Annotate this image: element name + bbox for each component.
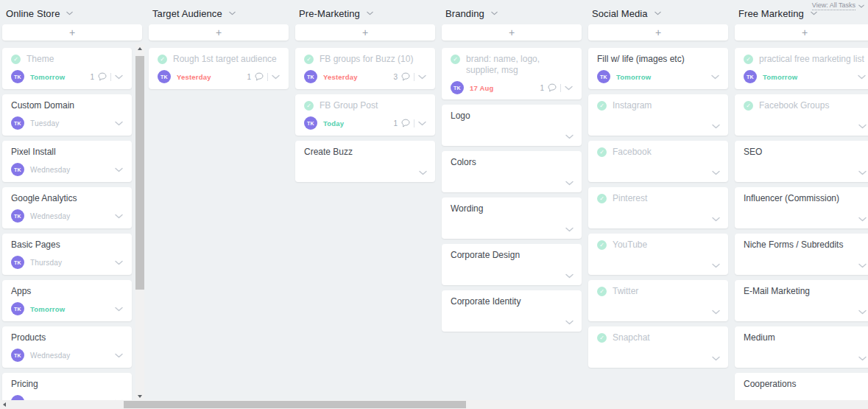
add-card-button[interactable]: + — [149, 24, 289, 41]
task-title: Logo — [451, 111, 470, 122]
chevron-down-icon[interactable] — [418, 121, 426, 126]
task-card[interactable]: ✓Facebook — [588, 141, 728, 182]
task-title: Corporate Identity — [451, 296, 521, 307]
task-card[interactable]: ✓Pinterest — [588, 187, 728, 228]
task-card[interactable]: Corporate Design — [442, 244, 582, 285]
task-card[interactable]: ✓Snapchat — [588, 326, 728, 368]
chevron-down-icon[interactable] — [711, 74, 719, 80]
column-title[interactable]: Free Marketing — [738, 8, 804, 19]
task-card[interactable]: E-Mail Marketing — [735, 280, 868, 321]
task-card[interactable]: ✓brand: name, logo, supplier, msg TK17 A… — [442, 48, 582, 99]
task-card[interactable]: Fill w/ life (images etc) TKTomorrow — [588, 48, 728, 89]
chevron-down-icon[interactable] — [367, 11, 373, 15]
task-card[interactable]: Corporate Identity — [442, 290, 582, 332]
task-card[interactable]: ✓YouTube — [588, 234, 728, 275]
task-card[interactable]: Influencer (Commission) — [735, 187, 868, 228]
scroll-up-arrow[interactable] — [135, 44, 144, 53]
chevron-down-icon[interactable] — [712, 170, 720, 175]
chevron-down-icon[interactable] — [115, 121, 123, 126]
chevron-down-icon[interactable] — [565, 227, 574, 232]
comment-icon[interactable] — [401, 72, 410, 81]
chevron-down-icon[interactable] — [565, 273, 574, 279]
chevron-down-icon[interactable] — [712, 310, 720, 315]
column-title[interactable]: Online Store — [6, 8, 60, 19]
chevron-down-icon[interactable] — [565, 134, 574, 139]
chevron-down-icon[interactable] — [115, 214, 123, 219]
task-card[interactable]: Google Analytics TKWednesday — [2, 187, 132, 228]
task-card[interactable]: Apps TKTomorrow — [2, 280, 132, 321]
chevron-down-icon[interactable] — [654, 11, 661, 15]
column-title[interactable]: Social Media — [592, 8, 648, 19]
chevron-down-icon[interactable] — [115, 353, 123, 358]
comment-icon[interactable] — [401, 119, 410, 127]
add-card-button[interactable]: + — [588, 24, 728, 41]
card-title-row: ✓Pinterest — [597, 193, 719, 204]
add-card-button[interactable]: + — [442, 24, 582, 41]
comment-icon[interactable] — [255, 72, 264, 81]
task-card[interactable]: ✓Instagram — [588, 94, 728, 136]
chevron-down-icon[interactable] — [565, 181, 574, 186]
chevron-down-icon[interactable] — [858, 74, 866, 80]
view-switcher[interactable]: View: All Tasks — [812, 1, 864, 10]
chevron-down-icon[interactable] — [418, 74, 426, 80]
chevron-down-icon[interactable] — [565, 320, 574, 325]
chevron-down-icon[interactable] — [115, 307, 123, 312]
task-card[interactable]: ✓FB Group Post TKToday 1 — [295, 94, 435, 136]
chevron-down-icon[interactable] — [229, 11, 236, 15]
check-icon: ✓ — [744, 55, 753, 64]
task-card[interactable]: Products TKWednesday — [2, 326, 132, 368]
vertical-scrollbar[interactable] — [135, 44, 144, 401]
add-card-button[interactable]: + — [735, 24, 868, 41]
task-card[interactable]: Logo — [442, 105, 582, 146]
comment-icon[interactable] — [98, 72, 107, 81]
column-header: Branding — [442, 6, 582, 21]
task-card[interactable]: Colors — [442, 151, 582, 192]
add-card-button[interactable]: + — [295, 24, 435, 41]
chevron-down-icon[interactable] — [115, 74, 123, 80]
task-card[interactable]: Wording — [442, 197, 582, 239]
chevron-down-icon[interactable] — [712, 356, 720, 361]
chevron-down-icon[interactable] — [858, 263, 867, 268]
chevron-down-icon[interactable] — [858, 356, 867, 361]
chevron-down-icon[interactable] — [115, 167, 123, 172]
chevron-down-icon[interactable] — [811, 11, 817, 15]
task-card[interactable]: ✓Theme TKTomorrow 1 — [2, 48, 132, 89]
chevron-down-icon[interactable] — [272, 74, 280, 80]
task-title: Twitter — [613, 286, 638, 297]
task-card[interactable]: Create Buzz — [295, 141, 435, 182]
chevron-down-icon[interactable] — [858, 170, 867, 175]
chevron-down-icon[interactable] — [419, 170, 427, 175]
chevron-down-icon[interactable] — [115, 260, 123, 265]
task-card[interactable]: SEO — [735, 141, 868, 182]
task-card[interactable]: ✓FB groups for Buzz (10) TKYesterday 3 — [295, 48, 435, 89]
chevron-down-icon[interactable] — [712, 217, 720, 222]
comment-count: 1 — [393, 119, 398, 127]
chevron-down-icon[interactable] — [712, 263, 720, 268]
add-card-button[interactable]: + — [2, 24, 142, 41]
task-card[interactable]: Niche Forms / Subreddits — [735, 234, 868, 275]
chevron-down-icon[interactable] — [858, 124, 867, 129]
task-card[interactable]: ✓practical free marketing list TKTomorro… — [735, 48, 868, 89]
task-card[interactable]: Custom Domain TKTuesday — [2, 94, 132, 136]
chevron-down-icon[interactable] — [491, 11, 498, 15]
task-card[interactable]: ✓Rough 1st target audience TKYesterday 1 — [149, 48, 289, 89]
task-card[interactable]: Basic Pages TKThursday — [2, 234, 132, 275]
column-title[interactable]: Target Audience — [152, 8, 222, 19]
horizontal-scroll-thumb[interactable] — [124, 401, 466, 408]
column-title[interactable]: Pre-Marketing — [299, 8, 360, 19]
column-title[interactable]: Branding — [445, 8, 484, 19]
task-card[interactable]: Medium — [735, 326, 868, 368]
task-card[interactable]: ✓Twitter — [588, 280, 728, 321]
chevron-down-icon[interactable] — [858, 310, 867, 315]
vertical-scroll-thumb[interactable] — [135, 56, 144, 290]
card-list: ✓brand: name, logo, supplier, msg TK17 A… — [442, 48, 582, 332]
chevron-down-icon[interactable] — [712, 124, 720, 129]
chevron-down-icon[interactable] — [66, 11, 73, 15]
chevron-down-icon[interactable] — [565, 85, 573, 91]
task-card[interactable]: ✓Facebook Groups — [735, 94, 868, 136]
scroll-left-arrow[interactable] — [0, 400, 9, 409]
task-card[interactable]: Pixel Install TKWednesday — [2, 141, 132, 182]
horizontal-scrollbar[interactable] — [0, 400, 868, 409]
chevron-down-icon[interactable] — [858, 217, 867, 222]
comment-icon[interactable] — [548, 83, 557, 92]
